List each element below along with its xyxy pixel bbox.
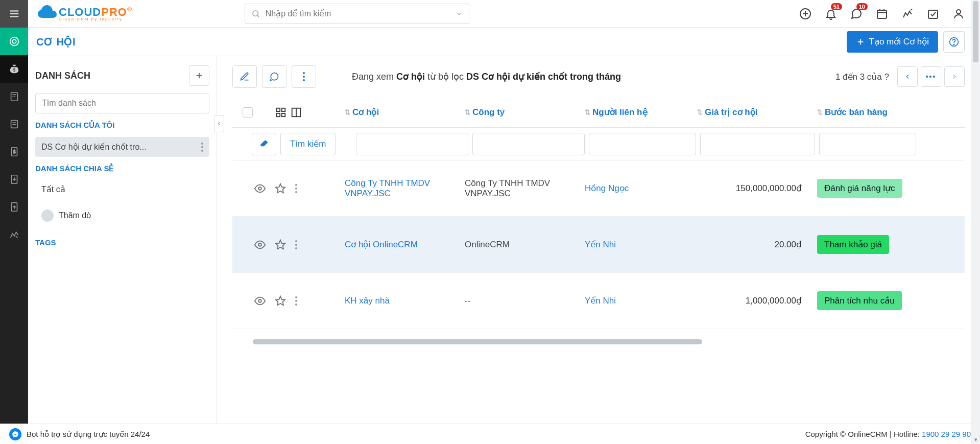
- plus-icon: [856, 37, 865, 46]
- svg-rect-36: [277, 113, 280, 116]
- svg-rect-35: [282, 108, 285, 111]
- svg-marker-45: [276, 296, 285, 305]
- chevron-right-icon: [951, 73, 958, 80]
- rail-receipt-icon[interactable]: [0, 110, 28, 138]
- col-contact[interactable]: ⇅Người liên hệ: [585, 107, 697, 118]
- more-icon[interactable]: [201, 143, 203, 152]
- col-company[interactable]: ⇅Công ty: [465, 107, 585, 118]
- eye-icon[interactable]: [254, 239, 266, 250]
- create-button[interactable]: Tạo mới Cơ hội: [847, 31, 938, 53]
- table-row[interactable]: KH xây nhà -- Yến Nhi 1,000,000.00₫ Phân…: [232, 273, 965, 329]
- menu-toggle[interactable]: [0, 0, 28, 28]
- rail-calc-icon[interactable]: [0, 83, 28, 110]
- prev-page-button[interactable]: [897, 66, 918, 87]
- svg-point-3: [10, 37, 18, 46]
- svg-marker-43: [276, 240, 285, 248]
- eye-icon[interactable]: [254, 183, 266, 194]
- row-more-icon[interactable]: [295, 296, 297, 306]
- grid-view-icon[interactable]: [275, 107, 286, 118]
- row-more-icon[interactable]: [295, 240, 297, 249]
- add-list-button[interactable]: [189, 65, 209, 86]
- svg-rect-10: [11, 121, 17, 128]
- split-view-icon[interactable]: [291, 107, 302, 118]
- h-scrollbar[interactable]: [253, 339, 954, 345]
- sidebar-probe-link[interactable]: Thăm dò: [35, 205, 209, 226]
- notifications-icon[interactable]: 51: [825, 8, 837, 20]
- cell-step: Phân tích nhu cầu: [817, 291, 919, 310]
- search-icon: [251, 9, 260, 18]
- filter-step-input[interactable]: [819, 133, 916, 155]
- global-search[interactable]: [245, 4, 469, 24]
- cell-opportunity[interactable]: Cơ hội OnlineCRM: [345, 239, 465, 250]
- page-title: CƠ HỘI: [36, 36, 76, 48]
- filter-company-input[interactable]: [472, 133, 585, 155]
- svg-line-18: [257, 15, 259, 17]
- cell-company[interactable]: OnlineCRM: [465, 240, 585, 250]
- table-row[interactable]: Công Ty TNHH TMDV VNPAY.JSC Công Ty TNHH…: [232, 160, 965, 217]
- svg-text:$: $: [13, 68, 15, 73]
- sidebar-search-input[interactable]: [35, 93, 209, 113]
- collapse-sidebar-button[interactable]: [214, 115, 224, 132]
- plus-icon: [195, 71, 204, 80]
- comment-button[interactable]: [262, 65, 286, 88]
- rail-invoice-icon[interactable]: $: [0, 138, 28, 166]
- filter-contact-input[interactable]: [589, 133, 696, 155]
- filter-opportunity-input[interactable]: [356, 133, 468, 155]
- messenger-icon[interactable]: [9, 428, 21, 440]
- next-page-button[interactable]: [944, 66, 965, 87]
- cell-value: 1,000,000.00₫: [697, 295, 817, 306]
- edit-button[interactable]: [232, 65, 257, 88]
- pager-more-button[interactable]: •••: [921, 66, 941, 87]
- apply-search-button[interactable]: Tìm kiếm: [280, 133, 336, 155]
- quick-add-icon[interactable]: [799, 8, 811, 20]
- col-opportunity[interactable]: ⇅Cơ hội: [345, 107, 465, 118]
- rail-download-icon[interactable]: [0, 166, 28, 193]
- tasks-icon[interactable]: [927, 8, 939, 20]
- user-icon[interactable]: [952, 8, 965, 20]
- rail-edit-chart-icon[interactable]: [0, 221, 28, 248]
- chat-icon: [269, 72, 279, 82]
- logo-tagline: Cloud CRM by Industry: [59, 17, 132, 21]
- star-icon[interactable]: [275, 239, 286, 250]
- cell-contact[interactable]: Hồng Ngọc: [585, 183, 697, 194]
- star-icon[interactable]: [275, 295, 286, 307]
- col-step[interactable]: ⇅Bước bán hàng: [817, 107, 919, 118]
- sidebar-probe-label: Thăm dò: [59, 211, 91, 220]
- cell-company[interactable]: Công Ty TNHH TMDV VNPAY.JSC: [465, 178, 585, 199]
- filter-value-input[interactable]: [700, 133, 815, 155]
- sidebar-all-link[interactable]: Tất cả: [35, 180, 209, 198]
- window-scrollbar[interactable]: ▴ ▾: [971, 0, 980, 444]
- table-row[interactable]: Cơ hội OnlineCRM OnlineCRM Yến Nhi 20.00…: [232, 217, 965, 273]
- messages-icon[interactable]: 10: [850, 8, 863, 20]
- sidebar-list-item-active[interactable]: DS Cơ hội dự kiến chốt tro...: [35, 137, 209, 157]
- select-all-checkbox[interactable]: [243, 107, 253, 118]
- footer-hotline-label: Hotline:: [894, 430, 920, 438]
- filter-row: Tìm kiếm: [232, 128, 965, 160]
- eye-icon[interactable]: [254, 295, 266, 307]
- reports-icon[interactable]: [901, 8, 914, 20]
- more-actions-button[interactable]: [292, 65, 316, 88]
- svg-marker-41: [276, 183, 285, 192]
- cell-opportunity[interactable]: KH xây nhà: [345, 296, 465, 306]
- logo[interactable]: CLOUDPRO® Cloud CRM by Industry: [36, 4, 132, 24]
- global-search-input[interactable]: [266, 9, 450, 18]
- calendar-icon[interactable]: [876, 8, 888, 20]
- help-button[interactable]: [943, 31, 965, 53]
- rail-target-icon[interactable]: [0, 28, 28, 55]
- chat-badge: 10: [856, 3, 868, 10]
- chevron-down-icon[interactable]: [456, 10, 463, 17]
- col-value[interactable]: ⇅Giá trị cơ hội: [697, 107, 817, 118]
- cell-contact[interactable]: Yến Nhi: [585, 295, 697, 306]
- row-more-icon[interactable]: [295, 184, 297, 193]
- nav-rail: $ $: [0, 0, 28, 444]
- my-lists-heading: DANH SÁCH CỦA TÔI: [35, 121, 209, 130]
- clear-filters-button[interactable]: [252, 133, 276, 155]
- footer-hotline-link[interactable]: 1900 29 29 90: [922, 430, 971, 438]
- rail-money-bag-icon[interactable]: $: [0, 55, 28, 83]
- svg-rect-26: [928, 10, 938, 18]
- star-icon[interactable]: [275, 183, 286, 194]
- chevron-left-icon: [216, 121, 222, 127]
- cell-contact[interactable]: Yến Nhi: [585, 239, 697, 250]
- cell-opportunity[interactable]: Công Ty TNHH TMDV VNPAY.JSC: [345, 178, 465, 199]
- rail-upload-icon[interactable]: [0, 193, 28, 221]
